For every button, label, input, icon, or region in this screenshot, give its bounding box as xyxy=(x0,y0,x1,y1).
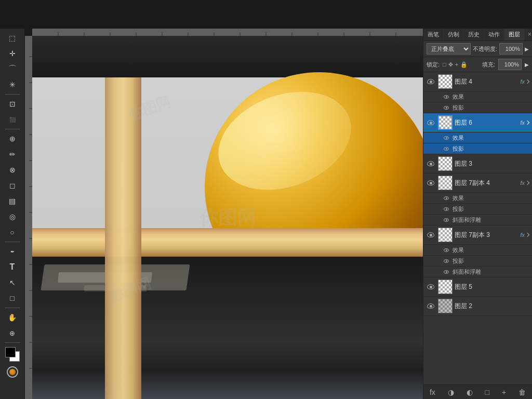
pen-tool[interactable]: ✒ xyxy=(3,244,22,259)
layer5-visibility[interactable] xyxy=(425,282,436,292)
eye-icon xyxy=(427,161,434,166)
tab-layers[interactable]: 图层 xyxy=(504,29,525,41)
layer7c3-sub-bevel: 斜面和浮雕 xyxy=(423,267,532,277)
layer4-visibility[interactable] xyxy=(425,76,436,87)
layer6-sub-effect: 效果 xyxy=(423,132,532,143)
tool-divider-4 xyxy=(5,308,20,308)
fill-arrow[interactable]: ▶ xyxy=(525,62,529,68)
svg-rect-15 xyxy=(25,36,32,399)
layer7c3-fx[interactable]: fx xyxy=(520,232,525,238)
opacity-input[interactable] xyxy=(499,43,523,55)
magic-wand-tool[interactable]: ✳ xyxy=(3,77,22,92)
layer7c4-bevel-eye[interactable] xyxy=(442,216,450,224)
layer3-visibility[interactable] xyxy=(425,158,436,169)
layer5-name: 图层 5 xyxy=(455,283,530,291)
layer7c4-fx[interactable]: fx xyxy=(520,180,525,186)
layer7c3-bevel-name: 斜面和浮雕 xyxy=(453,268,481,276)
lock-position-icon[interactable]: + xyxy=(455,61,458,68)
layer-item-layer7c3[interactable]: 图层 7副本 3 fx xyxy=(423,225,532,245)
layer7c3-shadow-eye[interactable] xyxy=(442,257,450,265)
tab-brush[interactable]: 画笔 xyxy=(423,29,444,41)
layer7c3-visibility[interactable] xyxy=(425,230,436,240)
layer6-sub-shadow: 投影 xyxy=(423,143,532,154)
foreground-color[interactable] xyxy=(5,347,16,357)
layer7c4-shadow-eye[interactable] xyxy=(442,205,450,213)
layer4-shadow-eye[interactable] xyxy=(442,103,450,112)
clone-tool[interactable]: ⊗ xyxy=(3,163,22,177)
layer2-visibility[interactable] xyxy=(425,301,436,311)
blur-tool[interactable]: ◎ xyxy=(3,209,22,224)
marquee-tool[interactable]: ⬚ xyxy=(3,31,22,45)
layer7c4-effect-eye[interactable] xyxy=(442,194,450,202)
shape-tool[interactable]: □ xyxy=(3,291,22,305)
move-tool[interactable]: ✛ xyxy=(3,46,22,61)
gradient-tool[interactable]: ▤ xyxy=(3,194,22,208)
layer-item-layer3[interactable]: 图层 3 xyxy=(423,154,532,174)
lock-all-icon[interactable]: 🔒 xyxy=(460,61,468,68)
lasso-tool[interactable]: ⌒ xyxy=(3,62,22,76)
layer7c4-bevel-name: 斜面和浮雕 xyxy=(453,216,481,224)
color-mode-icon xyxy=(5,365,20,379)
healing-tool[interactable]: ⊕ xyxy=(3,131,22,146)
layer6-shadow-name: 投影 xyxy=(453,145,464,153)
zoom-tool[interactable]: ⊕ xyxy=(3,326,22,340)
layer-fx-button[interactable]: fx xyxy=(427,388,438,396)
layer-mask-button[interactable]: ◑ xyxy=(445,388,457,396)
layer6-effect-name: 效果 xyxy=(453,134,464,142)
tab-actions[interactable]: 动作 xyxy=(484,29,504,41)
fill-input[interactable] xyxy=(498,59,522,70)
layer7c4-visibility[interactable] xyxy=(425,178,436,188)
tab-history[interactable]: 历史 xyxy=(464,29,484,41)
lock-label: 锁定: xyxy=(427,61,440,69)
svg-rect-0 xyxy=(32,29,423,36)
layer7c3-shadow-name: 投影 xyxy=(453,257,464,265)
layer7c3-bevel-eye[interactable] xyxy=(442,268,450,276)
path-select-tool[interactable]: ↖ xyxy=(3,275,22,290)
crop-tool[interactable]: ⊡ xyxy=(3,97,22,111)
layer-adjustment-button[interactable]: ◐ xyxy=(463,388,476,396)
layer7c4-thumb xyxy=(438,176,453,190)
layer-item-layer7c4[interactable]: 图层 7副本 4 fx xyxy=(423,174,532,193)
blend-mode-select[interactable]: 正片叠底 xyxy=(427,43,471,55)
layer4-name: 图层 4 xyxy=(455,77,518,86)
eye-icon xyxy=(427,79,434,84)
hand-tool[interactable]: ✋ xyxy=(3,310,22,325)
canvas-viewport: 你图网 你图网 你图网 xyxy=(32,36,423,399)
dodge-tool[interactable]: ○ xyxy=(3,225,22,240)
layer6-name: 图层 6 xyxy=(455,118,518,127)
layer4-fx[interactable]: fx xyxy=(520,78,525,85)
lock-pixels-icon[interactable]: ✥ xyxy=(448,61,453,68)
layer6-fx[interactable]: fx xyxy=(520,119,525,126)
eyedropper-tool[interactable]: ⬛ xyxy=(3,112,22,127)
layer-new-button[interactable]: + xyxy=(499,388,509,396)
vertical-ruler xyxy=(25,36,32,399)
layers-list: 图层 4 fx 效果 xyxy=(423,72,532,384)
eraser-tool[interactable]: ◻ xyxy=(3,178,22,193)
layer7c3-effect-eye[interactable] xyxy=(442,246,450,254)
layer6-visibility[interactable] xyxy=(425,117,436,128)
tool-divider-1 xyxy=(5,94,20,95)
layer6-effect-eye[interactable] xyxy=(442,134,450,142)
color-picker[interactable] xyxy=(5,347,20,362)
layer7c3-name: 图层 7副本 3 xyxy=(455,231,518,240)
layer-item-layer2[interactable]: 图层 2 xyxy=(423,297,532,316)
tab-clone[interactable]: 仿制 xyxy=(444,29,464,41)
fill-label: 填充: xyxy=(482,61,495,69)
layer5-thumb xyxy=(438,280,453,294)
layer4-effect-eye[interactable] xyxy=(442,92,450,101)
layer-delete-button[interactable]: 🗑 xyxy=(515,388,529,396)
layer-item-layer6[interactable]: 图层 6 fx xyxy=(423,113,532,132)
panel-close-button[interactable]: × xyxy=(525,29,532,41)
lock-transparent-icon[interactable]: □ xyxy=(443,61,446,68)
type-tool[interactable]: T xyxy=(3,260,22,274)
eye-icon xyxy=(427,180,434,185)
layer-item-layer4[interactable]: 图层 4 fx xyxy=(423,72,532,91)
layer6-shadow-eye[interactable] xyxy=(442,144,450,153)
layer-group-button[interactable]: □ xyxy=(482,388,493,396)
brush-tool[interactable]: ✏ xyxy=(3,147,22,162)
opacity-arrow[interactable]: ▶ xyxy=(525,46,529,52)
toolbar: ⬚ ✛ ⌒ ✳ ⊡ ⬛ ⊕ ✏ ⊗ ◻ ▤ ◎ ○ ✒ T ↖ □ ✋ ⊕ xyxy=(0,29,25,399)
eye-icon xyxy=(427,284,434,289)
layer-item-layer5[interactable]: 图层 5 xyxy=(423,277,532,297)
eye-icon xyxy=(427,120,434,125)
